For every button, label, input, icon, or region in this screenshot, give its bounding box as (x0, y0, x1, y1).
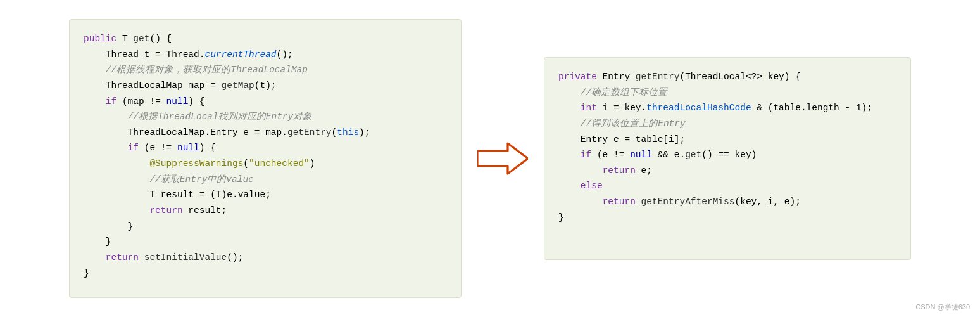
right-code-block: private Entry getEntry(ThreadLocal<?> ke… (544, 57, 911, 260)
svg-marker-0 (477, 143, 528, 174)
left-code-content: public T get() { Thread t = Thread.curre… (84, 31, 447, 281)
watermark: CSDN @学徒630 (915, 302, 970, 312)
right-arrow-icon (477, 139, 528, 178)
arrow-container (462, 139, 544, 178)
right-code-content: private Entry getEntry(ThreadLocal<?> ke… (558, 69, 896, 225)
left-code-block: public T get() { Thread t = Thread.curre… (69, 19, 462, 298)
main-container: public T get() { Thread t = Thread.curre… (0, 0, 980, 317)
